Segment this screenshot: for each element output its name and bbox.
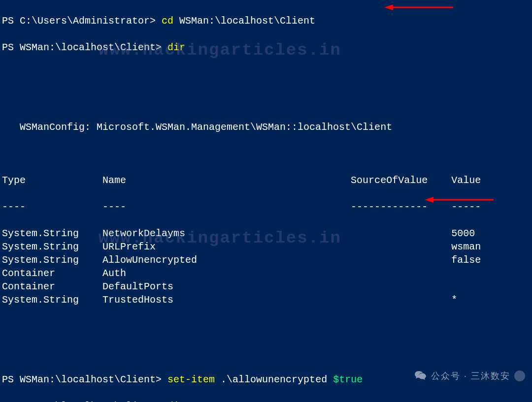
arrow-annotation-icon (425, 194, 494, 202)
arrow-annotation-icon (384, 2, 453, 10)
footer-text: 公众号 · 三沐数安 (431, 370, 510, 382)
table-row: Container DefaultPorts (2, 280, 530, 293)
table-row: System.String NetworkDelayms 5000 (2, 227, 530, 240)
config-header: WSManConfig: Microsoft.WSMan.Management\… (2, 121, 530, 134)
table-row: Container Auth (2, 267, 530, 280)
command: set-item (167, 374, 221, 385)
table-row: System.String AllowUnencrypted false (2, 253, 530, 267)
wechat-icon (414, 370, 427, 382)
svg-marker-1 (384, 4, 393, 10)
svg-marker-3 (425, 197, 433, 203)
command-arg: WSMan:\localhost\Client (179, 15, 315, 27)
command: cd (162, 15, 179, 27)
table-row: System.String TrustedHosts * (2, 293, 530, 307)
prompt: PS WSMan:\localhost\Client> (2, 374, 167, 385)
footer-logo-icon (514, 371, 525, 381)
table-row: System.String URLPrefix wsman (2, 240, 530, 253)
command-arg: .\allowunencrypted (221, 374, 333, 385)
prompt: PS WSMan:\localhost\Client> (2, 42, 167, 53)
footer-attribution: 公众号 · 三沐数安 (414, 370, 525, 382)
prompt: PS C:\Users\Administrator> (2, 15, 162, 27)
command-arg-true: $true (333, 374, 363, 385)
table-header-row: Type Name SourceOfValue Value (2, 174, 530, 187)
command: dir (167, 42, 185, 53)
